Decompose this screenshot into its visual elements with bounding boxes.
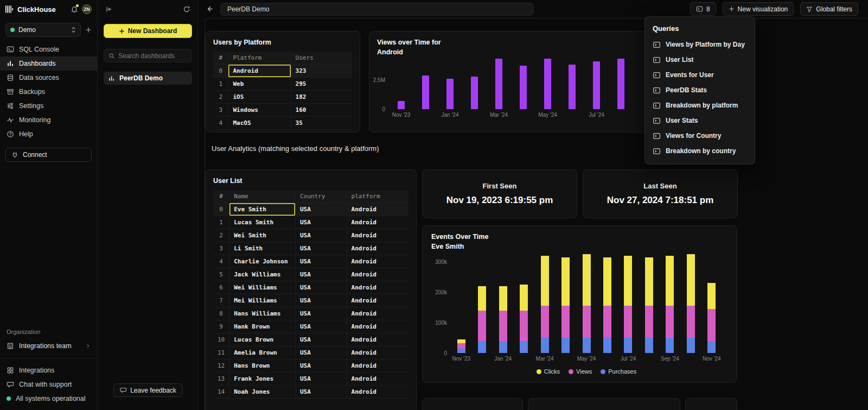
table-cell[interactable]: USA — [295, 268, 347, 281]
table-cell[interactable]: USA — [295, 307, 347, 320]
table-cell[interactable]: Android — [228, 65, 291, 78]
bar[interactable] — [617, 59, 624, 109]
table-row[interactable]: 5Jack WilliamsUSAAndroid — [213, 268, 409, 281]
legend-item[interactable]: Purchases — [601, 368, 636, 375]
table-cell[interactable]: Android — [347, 333, 409, 346]
avatar[interactable]: ZN — [82, 4, 92, 14]
table-cell[interactable]: USA — [295, 373, 347, 386]
table-cell[interactable]: 10 — [213, 333, 229, 346]
queries-menu-item[interactable]: Views by Platform by Day — [645, 37, 755, 52]
table-cell[interactable]: 3 — [213, 104, 228, 117]
queries-menu-item[interactable]: PeerDB Stats — [645, 83, 755, 98]
bar-segment-clicks[interactable] — [583, 254, 591, 306]
sidebar-item-settings[interactable]: Settings — [0, 99, 97, 113]
sidebar-item-help[interactable]: Help — [0, 127, 97, 141]
bar-segment-views[interactable] — [520, 311, 528, 341]
table-cell[interactable]: 6 — [213, 281, 229, 294]
table-cell[interactable]: 5 — [213, 268, 229, 281]
bar-segment-clicks[interactable] — [561, 257, 570, 306]
bar[interactable] — [561, 254, 570, 353]
table-row[interactable]: 8Hans WilliamsUSAAndroid — [213, 307, 409, 320]
table-cell[interactable]: Frank Jones — [229, 373, 296, 386]
table-cell[interactable]: Amelia Brown — [229, 346, 296, 359]
bar[interactable] — [495, 59, 502, 109]
service-selector[interactable]: Demo — [5, 23, 81, 37]
bar[interactable] — [471, 77, 478, 109]
table-cell[interactable]: 2 — [213, 229, 229, 242]
connect-button[interactable]: Connect — [5, 148, 92, 162]
table-cell[interactable]: 295 — [291, 78, 352, 91]
bar-segment-purchases[interactable] — [478, 341, 486, 353]
bar[interactable] — [520, 254, 528, 353]
column-header[interactable]: platform — [347, 190, 409, 203]
bar-segment-clicks[interactable] — [478, 286, 486, 311]
bar[interactable] — [478, 254, 486, 353]
bar[interactable] — [398, 101, 405, 109]
bar-segment-clicks[interactable] — [624, 256, 632, 306]
bar-segment-views[interactable] — [478, 311, 486, 341]
bar[interactable] — [544, 59, 551, 109]
table-cell[interactable]: 12 — [213, 359, 229, 373]
new-dashboard-button[interactable]: New Dashboard — [104, 24, 192, 38]
table-cell[interactable]: 8 — [213, 307, 229, 320]
bar-segment-purchases[interactable] — [624, 338, 632, 353]
bar-segment-clicks[interactable] — [707, 283, 716, 309]
table-cell[interactable]: 35 — [291, 117, 352, 130]
table-cell[interactable]: 0 — [213, 203, 229, 216]
table-cell[interactable]: 160 — [291, 104, 352, 117]
table-cell[interactable]: 11 — [213, 346, 229, 359]
bar-segment-purchases[interactable] — [499, 341, 507, 353]
table-row[interactable]: 0Android323 — [213, 65, 352, 78]
table-cell[interactable]: USA — [295, 386, 347, 399]
bar[interactable] — [520, 66, 527, 109]
bar[interactable] — [422, 75, 429, 109]
new-visualization-button[interactable]: New visualization — [723, 2, 794, 16]
bar-segment-purchases[interactable] — [520, 341, 528, 353]
queries-menu-item[interactable]: User List — [645, 52, 755, 67]
table-cell[interactable]: Li Smith — [229, 242, 296, 255]
add-service-icon[interactable] — [85, 27, 92, 33]
table-cell[interactable]: Android — [347, 320, 409, 333]
table-cell[interactable]: Android — [347, 307, 409, 320]
table-cell[interactable]: Noah Jones — [229, 386, 296, 399]
table-cell[interactable]: 0 — [213, 65, 228, 78]
table-cell[interactable]: Android — [347, 281, 409, 294]
column-header[interactable]: Platform — [228, 52, 291, 65]
table-row[interactable]: 12Hans BrownUSAAndroid — [213, 359, 409, 373]
bar-segment-purchases[interactable] — [583, 338, 591, 353]
queries-menu-item[interactable]: Breakdown by country — [645, 143, 755, 159]
table-row[interactable]: 1Web295 — [213, 78, 352, 91]
bar[interactable] — [569, 65, 576, 109]
table-cell[interactable]: USA — [295, 203, 347, 216]
bar-segment-views[interactable] — [499, 311, 507, 341]
bar[interactable] — [593, 61, 600, 109]
table-cell[interactable]: Android — [347, 346, 409, 359]
table-cell[interactable]: Android — [347, 203, 409, 216]
table-cell[interactable]: Wei Smith — [229, 229, 296, 242]
table-row[interactable]: 10Lucas BrownUSAAndroid — [213, 333, 409, 346]
leave-feedback-button[interactable]: Leave feedback — [113, 383, 183, 397]
queries-count-button[interactable]: 8 — [690, 2, 716, 16]
legend-item[interactable]: Views — [569, 368, 592, 375]
table-cell[interactable]: Android — [347, 229, 409, 242]
dashboard-title-input[interactable] — [220, 3, 534, 16]
bar-segment-views[interactable] — [666, 306, 674, 338]
table-row[interactable]: 2Wei SmithUSAAndroid — [213, 229, 409, 242]
table-row[interactable]: 0Eve SmithUSAAndroid — [213, 203, 409, 216]
bar-segment-purchases[interactable] — [645, 338, 653, 353]
table-cell[interactable]: 4 — [213, 117, 228, 130]
table-cell[interactable]: 1 — [213, 216, 229, 229]
table-cell[interactable]: 4 — [213, 255, 229, 268]
table-cell[interactable]: 323 — [291, 65, 352, 78]
table-cell[interactable]: 14 — [213, 386, 229, 399]
bar-segment-clicks[interactable] — [541, 256, 549, 306]
table-cell[interactable]: USA — [295, 346, 347, 359]
bar-segment-purchases[interactable] — [561, 338, 570, 353]
table-cell[interactable]: Android — [347, 294, 409, 307]
bar-segment-views[interactable] — [457, 343, 465, 349]
table-cell[interactable]: Mei Williams — [229, 294, 296, 307]
queries-menu-item[interactable]: Breakdown by platform — [645, 98, 755, 113]
table-row[interactable]: 4Charlie JohnsonUSAAndroid — [213, 255, 409, 268]
table-row[interactable]: 3Windows160 — [213, 104, 352, 117]
bar-segment-clicks[interactable] — [687, 254, 695, 306]
